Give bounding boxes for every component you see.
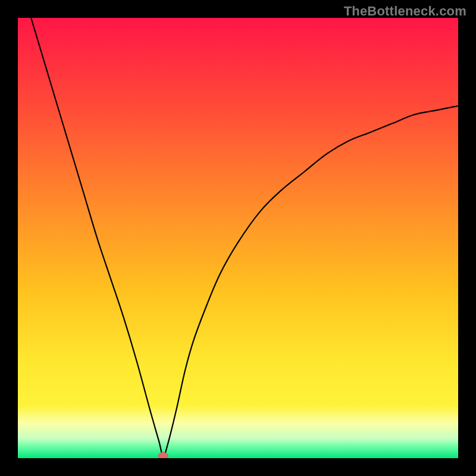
chart-frame: TheBottleneck.com bbox=[0, 0, 476, 476]
minimum-marker bbox=[158, 452, 168, 458]
plot-area bbox=[18, 18, 458, 458]
watermark-text: TheBottleneck.com bbox=[344, 4, 466, 19]
plot-svg bbox=[18, 18, 458, 458]
gradient-background bbox=[18, 18, 458, 458]
